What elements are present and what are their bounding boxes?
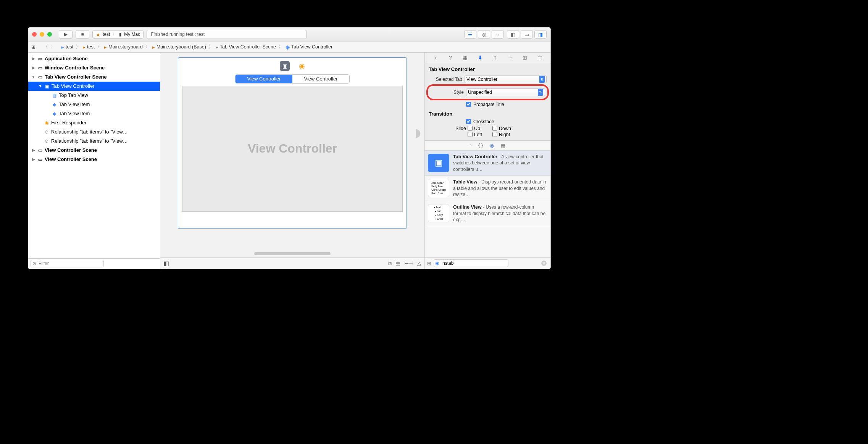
slide-options-2: Left Right (453, 132, 547, 137)
selected-tab-row: Selected Tab View Controller ⇅ (429, 74, 547, 84)
controller-row-selected[interactable]: ▼▣Tab View Controller (28, 82, 160, 91)
filter-icon: ◉ (435, 261, 439, 266)
identity-inspector-tab[interactable]: ▦ (461, 55, 469, 61)
first-responder-row[interactable]: ◉First Responder (28, 118, 160, 127)
library-filter-bar: ⊞ ◉ ✕ (425, 257, 550, 269)
toggle-navigator-button[interactable]: ◧ (507, 30, 519, 39)
scheme-dest-label: My Mac (124, 32, 140, 37)
inspector-tabs: ▫ ? ▦ ⬇ ▯ → ⊞ ◫ (425, 53, 550, 63)
toggle-outline-button[interactable]: ◧ (163, 260, 169, 267)
canvas-dock: ◧ ⧉ ▤ ⊢⊣ △ (160, 257, 424, 269)
tab-row: View Controller View Controller (235, 74, 350, 84)
scene-tab-view-controller[interactable]: ▣ ◉ View Controller View Controller View… (178, 57, 407, 229)
version-editor-button[interactable]: ↔ (492, 30, 504, 39)
library-filter-input[interactable] (434, 259, 508, 267)
library-item[interactable]: Jon ClearKelly BlueChris GreenRon Pink T… (425, 176, 550, 201)
panel-toggle-buttons: ◧ ▭ ◨ (507, 30, 547, 39)
inspector-panel: ▫ ? ▦ ⬇ ▯ → ⊞ ◫ Tab View Controller Sele… (424, 53, 550, 269)
status-text: Finished running test : test (151, 32, 205, 37)
help-inspector-tab[interactable]: ? (446, 55, 455, 61)
slide-down-checkbox[interactable] (492, 126, 497, 131)
transition-title: Transition (429, 111, 547, 117)
scene-row[interactable]: ▶▭Application Scene (28, 54, 160, 63)
media-library-tab[interactable]: ▦ (501, 143, 505, 148)
crossfade-checkbox[interactable]: Crossfade (466, 119, 547, 124)
main-body: ▶▭Application Scene ▶▭Window Controller … (28, 53, 550, 269)
toggle-debug-button[interactable]: ▭ (521, 30, 533, 39)
scene-row[interactable]: ▶▭View Controller Scene (28, 155, 160, 164)
assistant-editor-button[interactable]: ◎ (478, 30, 490, 39)
jump-item[interactable]: ◉Tab View Controller (286, 44, 332, 50)
chevron-updown-icon: ⇅ (538, 89, 543, 96)
resolve-button[interactable]: △ (417, 260, 421, 267)
slide-right-checkbox[interactable] (492, 132, 497, 137)
relationship-row[interactable]: ⊙Relationship "tab items" to "View… (28, 137, 160, 146)
toolbar: ▶ ■ ▲ test 〉 ▮ My Mac Finished running t… (28, 27, 550, 42)
slide-up-checkbox[interactable] (468, 126, 473, 131)
style-popup[interactable]: Unspecified ⇅ (466, 88, 545, 96)
clear-filter-button[interactable]: ✕ (541, 261, 547, 266)
outline-item[interactable]: ◆Tab View Item (28, 100, 160, 109)
file-template-tab[interactable]: ▫ (470, 143, 471, 148)
align-button[interactable]: ▤ (395, 260, 400, 267)
scene-row[interactable]: ▼▭Tab View Controller Scene (28, 72, 160, 82)
related-items-icon[interactable]: ⊞ (31, 44, 35, 50)
content-placeholder-label: View Controller (248, 142, 337, 156)
library-view-toggle[interactable]: ⊞ (427, 261, 431, 266)
slide-options: Slide Up Down (453, 126, 547, 131)
code-snippet-tab[interactable]: { } (478, 143, 483, 148)
navigator-filter-input[interactable] (31, 260, 104, 267)
nav-forward-button[interactable]: 〉 (50, 44, 55, 50)
close-icon[interactable] (32, 32, 37, 37)
nav-back-button[interactable]: 〈 (43, 44, 48, 50)
size-inspector-tab[interactable]: ▯ (491, 55, 499, 61)
jump-item[interactable]: ▸test (83, 44, 95, 50)
object-library: ▫ { } ◎ ▦ ▣ Tab View Controller - A view… (425, 140, 550, 269)
selected-tab-popup[interactable]: View Controller ⇅ (465, 76, 547, 83)
scheme-selector[interactable]: ▲ test 〉 ▮ My Mac (92, 30, 144, 39)
canvas-content[interactable]: ▣ ◉ View Controller View Controller View… (160, 53, 424, 257)
run-button[interactable]: ▶ (59, 30, 73, 39)
library-list[interactable]: ▣ Tab View Controller - A view controlle… (425, 151, 550, 257)
scene-row[interactable]: ▶▭Window Controller Scene (28, 63, 160, 72)
jump-item[interactable]: ▸Main.storyboard (Base) (152, 44, 206, 50)
first-responder-icon[interactable]: ◉ (299, 62, 305, 70)
relationship-row[interactable]: ⊙Relationship "tab items" to "View… (28, 127, 160, 137)
connections-inspector-tab[interactable]: → (506, 55, 514, 61)
jump-item[interactable]: ▸test (61, 44, 73, 50)
zoom-icon[interactable] (47, 32, 52, 37)
scene-header: ▣ ◉ (178, 58, 407, 74)
filter-icon: ⊜ (32, 261, 36, 266)
jump-item[interactable]: ▸Main.storyboard (104, 44, 143, 50)
standard-editor-button[interactable]: ☰ (464, 30, 476, 39)
minimize-icon[interactable] (40, 32, 44, 37)
activity-status: Finished running test : test (147, 30, 307, 39)
effects-inspector-tab[interactable]: ◫ (536, 55, 544, 61)
tab-inactive[interactable]: View Controller (292, 75, 349, 83)
pin-button[interactable]: ⊢⊣ (404, 260, 413, 267)
library-item[interactable]: ▾ Matt ▸ Jon ▸ Kelly ▸ Chris Outline Vie… (425, 201, 550, 226)
bindings-inspector-tab[interactable]: ⊞ (521, 55, 529, 61)
object-library-tab[interactable]: ◎ (490, 143, 494, 148)
tab-view-controller-icon: ▣ (428, 154, 449, 172)
attributes-inspector-tab[interactable]: ⬇ (476, 55, 484, 61)
toggle-inspector-button[interactable]: ◨ (534, 30, 547, 39)
scrollbar-horizontal[interactable] (254, 252, 331, 255)
scene-row[interactable]: ▶▭View Controller Scene (28, 146, 160, 155)
section-title: Tab View Controller (429, 66, 547, 72)
navigator-panel: ▶▭Application Scene ▶▭Window Controller … (28, 53, 160, 269)
outline-view-icon: ▾ Matt ▸ Jon ▸ Kelly ▸ Chris (428, 204, 449, 222)
embed-button[interactable]: ⧉ (388, 260, 392, 267)
jump-item[interactable]: ▸Tab View Controller Scene (216, 44, 276, 50)
outline-item[interactable]: ▥Top Tab View (28, 91, 160, 100)
stop-button[interactable]: ■ (76, 30, 89, 39)
controller-icon[interactable]: ▣ (280, 61, 290, 71)
table-view-icon: Jon ClearKelly BlueChris GreenRon Pink (428, 179, 449, 197)
library-item[interactable]: ▣ Tab View Controller - A view controlle… (425, 151, 550, 176)
tab-active[interactable]: View Controller (236, 75, 292, 83)
scheme-app-label: test (103, 32, 110, 37)
outline-item[interactable]: ◆Tab View Item (28, 109, 160, 118)
slide-left-checkbox[interactable] (468, 132, 473, 137)
file-inspector-tab[interactable]: ▫ (431, 55, 440, 61)
propagate-title-checkbox[interactable]: Propagate Title (466, 102, 547, 107)
